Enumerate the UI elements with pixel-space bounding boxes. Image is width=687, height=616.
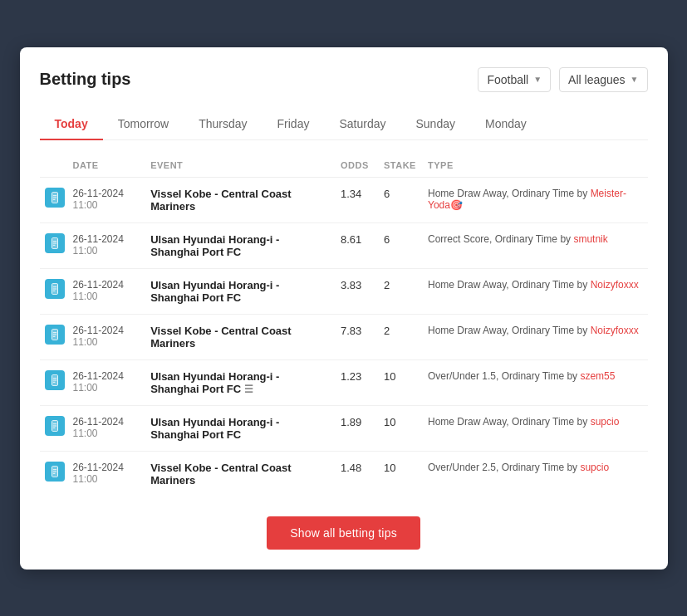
row-date: 26-11-202411:00 — [68, 359, 146, 405]
col-date: DATE — [68, 154, 146, 178]
row-icon-cell — [40, 268, 68, 314]
row-stake: 10 — [379, 359, 423, 405]
league-filter-label: All leagues — [568, 73, 626, 86]
table-row: 26-11-202411:00Vissel Kobe - Central Coa… — [40, 177, 648, 222]
row-odds: 8.61 — [336, 222, 379, 268]
row-odds: 1.48 — [336, 451, 379, 496]
header-filters: Football ▼ All leagues ▼ — [478, 67, 647, 92]
row-stake: 2 — [379, 314, 423, 359]
tipster-link[interactable]: supcio — [591, 416, 620, 428]
tab-friday[interactable]: Friday — [263, 109, 325, 140]
row-icon-cell — [40, 222, 68, 268]
tip-icon — [45, 325, 65, 345]
tab-tomorrow[interactable]: Tomorrow — [103, 109, 184, 140]
tipster-link[interactable]: smutnik — [573, 233, 607, 245]
row-icon-cell — [40, 359, 68, 405]
table-row: 26-11-202411:00Ulsan Hyundai Horang-i - … — [40, 405, 648, 451]
row-type: Home Draw Away, Ordinary Time by supcio — [423, 405, 648, 451]
row-event[interactable]: Vissel Kobe - Central Coast Mariners — [145, 177, 336, 222]
tip-icon — [45, 462, 65, 482]
row-event[interactable]: Vissel Kobe - Central Coast Mariners — [145, 451, 336, 496]
row-date: 26-11-202411:00 — [68, 314, 146, 359]
betting-tips-table: DATE EVENT ODDS STAKE TYPE 26-11-202411:… — [40, 154, 648, 496]
row-type: Correct Score, Ordinary Time by smutnik — [423, 222, 648, 268]
tip-icon — [45, 370, 65, 390]
show-all-button[interactable]: Show all betting tips — [267, 516, 420, 550]
row-odds: 3.83 — [336, 268, 379, 314]
tipster-link[interactable]: Noizyfoxxx — [591, 325, 639, 336]
table-row: 26-11-202411:00Ulsan Hyundai Horang-i - … — [40, 268, 648, 314]
page-title: Betting tips — [40, 70, 131, 89]
row-stake: 6 — [379, 222, 423, 268]
row-odds: 1.34 — [336, 177, 379, 222]
tabs: TodayTomorrowThursdayFridaySaturdaySunda… — [40, 109, 648, 140]
row-type: Over/Under 1.5, Ordinary Time by szem55 — [423, 359, 648, 405]
row-event[interactable]: Ulsan Hyundai Horang-i - Shanghai Port F… — [145, 359, 336, 405]
league-filter-arrow: ▼ — [631, 75, 639, 84]
tipster-link[interactable]: szem55 — [580, 370, 615, 382]
table-header-row: DATE EVENT ODDS STAKE TYPE — [40, 154, 648, 178]
tip-icon — [45, 279, 65, 299]
row-event[interactable]: Ulsan Hyundai Horang-i - Shanghai Port F… — [145, 222, 336, 268]
tab-saturday[interactable]: Saturday — [324, 109, 400, 140]
row-type: Over/Under 2.5, Ordinary Time by supcio — [423, 451, 648, 496]
row-stake: 2 — [379, 268, 423, 314]
league-filter[interactable]: All leagues ▼ — [559, 67, 647, 92]
row-event[interactable]: Vissel Kobe - Central Coast Mariners — [145, 314, 336, 359]
col-odds: ODDS — [336, 154, 379, 178]
row-date: 26-11-202411:00 — [68, 405, 146, 451]
row-icon-cell — [40, 451, 68, 496]
row-event[interactable]: Ulsan Hyundai Horang-i - Shanghai Port F… — [145, 268, 336, 314]
row-date: 26-11-202411:00 — [68, 268, 146, 314]
sport-filter-arrow: ▼ — [533, 75, 542, 84]
row-stake: 10 — [379, 451, 423, 496]
row-type: Home Draw Away, Ordinary Time by Noizyfo… — [423, 268, 648, 314]
row-odds: 1.89 — [336, 405, 379, 451]
row-icon-cell — [40, 177, 68, 222]
col-event: EVENT — [145, 154, 336, 178]
main-card: Betting tips Football ▼ All leagues ▼ To… — [20, 47, 668, 570]
table-row: 26-11-202411:00Ulsan Hyundai Horang-i - … — [40, 359, 648, 405]
table-row: 26-11-202411:00Vissel Kobe - Central Coa… — [40, 314, 648, 359]
sport-filter[interactable]: Football ▼ — [478, 67, 551, 92]
tab-monday[interactable]: Monday — [470, 109, 542, 140]
col-type: TYPE — [423, 154, 648, 178]
row-type: Home Draw Away, Ordinary Time by Meister… — [423, 177, 648, 222]
row-event[interactable]: Ulsan Hyundai Horang-i - Shanghai Port F… — [145, 405, 336, 451]
row-stake: 10 — [379, 405, 423, 451]
tip-icon — [45, 188, 65, 208]
row-stake: 6 — [379, 177, 423, 222]
tipster-link[interactable]: supcio — [580, 462, 609, 473]
row-date: 26-11-202411:00 — [68, 222, 146, 268]
tab-sunday[interactable]: Sunday — [400, 109, 469, 140]
tab-thursday[interactable]: Thursday — [184, 109, 262, 140]
list-icon: ☰ — [244, 384, 253, 395]
tipster-link[interactable]: Noizyfoxxx — [591, 279, 639, 291]
tip-icon — [45, 233, 65, 253]
col-stake: STAKE — [379, 154, 423, 178]
sport-filter-label: Football — [487, 73, 528, 86]
row-icon-cell — [40, 314, 68, 359]
table-row: 26-11-202411:00Vissel Kobe - Central Coa… — [40, 451, 648, 496]
row-type: Home Draw Away, Ordinary Time by Noizyfo… — [423, 314, 648, 359]
row-odds: 1.23 — [336, 359, 379, 405]
row-icon-cell — [40, 405, 68, 451]
header: Betting tips Football ▼ All leagues ▼ — [40, 67, 648, 92]
col-icon — [40, 154, 68, 178]
tab-today[interactable]: Today — [40, 109, 103, 140]
row-odds: 7.83 — [336, 314, 379, 359]
table-row: 26-11-202411:00Ulsan Hyundai Horang-i - … — [40, 222, 648, 268]
row-date: 26-11-202411:00 — [68, 451, 146, 496]
row-date: 26-11-202411:00 — [68, 177, 146, 222]
tip-icon — [45, 416, 65, 436]
